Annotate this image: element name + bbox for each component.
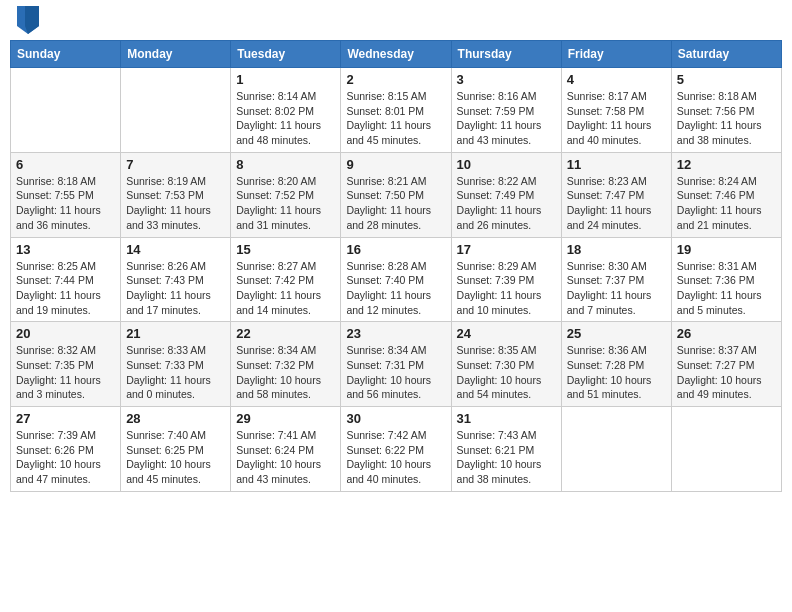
day-info: Sunrise: 8:31 AM Sunset: 7:36 PM Dayligh… (677, 259, 776, 318)
day-info: Sunrise: 8:28 AM Sunset: 7:40 PM Dayligh… (346, 259, 445, 318)
day-info: Sunrise: 8:18 AM Sunset: 7:56 PM Dayligh… (677, 89, 776, 148)
calendar-day-cell (561, 407, 671, 492)
day-number: 24 (457, 326, 556, 341)
day-of-week-header: Sunday (11, 41, 121, 68)
day-number: 14 (126, 242, 225, 257)
day-info: Sunrise: 8:37 AM Sunset: 7:27 PM Dayligh… (677, 343, 776, 402)
day-info: Sunrise: 8:33 AM Sunset: 7:33 PM Dayligh… (126, 343, 225, 402)
calendar-day-cell: 28Sunrise: 7:40 AM Sunset: 6:25 PM Dayli… (121, 407, 231, 492)
day-info: Sunrise: 8:35 AM Sunset: 7:30 PM Dayligh… (457, 343, 556, 402)
day-info: Sunrise: 8:16 AM Sunset: 7:59 PM Dayligh… (457, 89, 556, 148)
svg-marker-1 (25, 6, 39, 34)
day-info: Sunrise: 8:34 AM Sunset: 7:31 PM Dayligh… (346, 343, 445, 402)
calendar-week-row: 20Sunrise: 8:32 AM Sunset: 7:35 PM Dayli… (11, 322, 782, 407)
day-number: 23 (346, 326, 445, 341)
day-info: Sunrise: 8:27 AM Sunset: 7:42 PM Dayligh… (236, 259, 335, 318)
day-number: 5 (677, 72, 776, 87)
calendar-day-cell: 1Sunrise: 8:14 AM Sunset: 8:02 PM Daylig… (231, 68, 341, 153)
day-info: Sunrise: 8:30 AM Sunset: 7:37 PM Dayligh… (567, 259, 666, 318)
calendar-day-cell: 30Sunrise: 7:42 AM Sunset: 6:22 PM Dayli… (341, 407, 451, 492)
calendar-day-cell: 7Sunrise: 8:19 AM Sunset: 7:53 PM Daylig… (121, 152, 231, 237)
calendar-day-cell: 17Sunrise: 8:29 AM Sunset: 7:39 PM Dayli… (451, 237, 561, 322)
calendar-day-cell: 26Sunrise: 8:37 AM Sunset: 7:27 PM Dayli… (671, 322, 781, 407)
day-info: Sunrise: 8:20 AM Sunset: 7:52 PM Dayligh… (236, 174, 335, 233)
day-number: 25 (567, 326, 666, 341)
day-number: 1 (236, 72, 335, 87)
calendar-day-cell: 13Sunrise: 8:25 AM Sunset: 7:44 PM Dayli… (11, 237, 121, 322)
day-info: Sunrise: 8:19 AM Sunset: 7:53 PM Dayligh… (126, 174, 225, 233)
day-number: 26 (677, 326, 776, 341)
day-info: Sunrise: 8:18 AM Sunset: 7:55 PM Dayligh… (16, 174, 115, 233)
calendar-day-cell: 5Sunrise: 8:18 AM Sunset: 7:56 PM Daylig… (671, 68, 781, 153)
day-number: 4 (567, 72, 666, 87)
day-number: 10 (457, 157, 556, 172)
day-number: 6 (16, 157, 115, 172)
calendar-day-cell: 20Sunrise: 8:32 AM Sunset: 7:35 PM Dayli… (11, 322, 121, 407)
day-of-week-header: Tuesday (231, 41, 341, 68)
calendar-table: SundayMondayTuesdayWednesdayThursdayFrid… (10, 40, 782, 492)
day-number: 20 (16, 326, 115, 341)
calendar-day-cell: 29Sunrise: 7:41 AM Sunset: 6:24 PM Dayli… (231, 407, 341, 492)
day-number: 2 (346, 72, 445, 87)
calendar-day-cell: 23Sunrise: 8:34 AM Sunset: 7:31 PM Dayli… (341, 322, 451, 407)
day-info: Sunrise: 8:32 AM Sunset: 7:35 PM Dayligh… (16, 343, 115, 402)
calendar-day-cell: 16Sunrise: 8:28 AM Sunset: 7:40 PM Dayli… (341, 237, 451, 322)
day-info: Sunrise: 8:22 AM Sunset: 7:49 PM Dayligh… (457, 174, 556, 233)
day-info: Sunrise: 7:40 AM Sunset: 6:25 PM Dayligh… (126, 428, 225, 487)
day-info: Sunrise: 8:14 AM Sunset: 8:02 PM Dayligh… (236, 89, 335, 148)
calendar-day-cell (11, 68, 121, 153)
day-number: 8 (236, 157, 335, 172)
logo (14, 10, 39, 34)
day-info: Sunrise: 8:23 AM Sunset: 7:47 PM Dayligh… (567, 174, 666, 233)
day-number: 31 (457, 411, 556, 426)
page-header (10, 10, 782, 34)
day-info: Sunrise: 7:41 AM Sunset: 6:24 PM Dayligh… (236, 428, 335, 487)
day-info: Sunrise: 8:34 AM Sunset: 7:32 PM Dayligh… (236, 343, 335, 402)
calendar-day-cell: 15Sunrise: 8:27 AM Sunset: 7:42 PM Dayli… (231, 237, 341, 322)
day-number: 29 (236, 411, 335, 426)
day-of-week-header: Wednesday (341, 41, 451, 68)
calendar-day-cell: 24Sunrise: 8:35 AM Sunset: 7:30 PM Dayli… (451, 322, 561, 407)
day-info: Sunrise: 8:15 AM Sunset: 8:01 PM Dayligh… (346, 89, 445, 148)
day-number: 22 (236, 326, 335, 341)
day-of-week-header: Friday (561, 41, 671, 68)
day-number: 27 (16, 411, 115, 426)
calendar-day-cell: 12Sunrise: 8:24 AM Sunset: 7:46 PM Dayli… (671, 152, 781, 237)
day-info: Sunrise: 8:21 AM Sunset: 7:50 PM Dayligh… (346, 174, 445, 233)
logo-icon (17, 6, 39, 34)
day-number: 15 (236, 242, 335, 257)
calendar-day-cell: 25Sunrise: 8:36 AM Sunset: 7:28 PM Dayli… (561, 322, 671, 407)
day-info: Sunrise: 8:25 AM Sunset: 7:44 PM Dayligh… (16, 259, 115, 318)
calendar-day-cell: 27Sunrise: 7:39 AM Sunset: 6:26 PM Dayli… (11, 407, 121, 492)
calendar-day-cell: 11Sunrise: 8:23 AM Sunset: 7:47 PM Dayli… (561, 152, 671, 237)
calendar-day-cell: 9Sunrise: 8:21 AM Sunset: 7:50 PM Daylig… (341, 152, 451, 237)
calendar-day-cell: 19Sunrise: 8:31 AM Sunset: 7:36 PM Dayli… (671, 237, 781, 322)
day-number: 7 (126, 157, 225, 172)
day-number: 9 (346, 157, 445, 172)
calendar-day-cell: 2Sunrise: 8:15 AM Sunset: 8:01 PM Daylig… (341, 68, 451, 153)
calendar-day-cell: 10Sunrise: 8:22 AM Sunset: 7:49 PM Dayli… (451, 152, 561, 237)
calendar-day-cell: 31Sunrise: 7:43 AM Sunset: 6:21 PM Dayli… (451, 407, 561, 492)
day-number: 17 (457, 242, 556, 257)
day-of-week-header: Thursday (451, 41, 561, 68)
calendar-day-cell: 18Sunrise: 8:30 AM Sunset: 7:37 PM Dayli… (561, 237, 671, 322)
calendar-day-cell: 6Sunrise: 8:18 AM Sunset: 7:55 PM Daylig… (11, 152, 121, 237)
day-info: Sunrise: 7:39 AM Sunset: 6:26 PM Dayligh… (16, 428, 115, 487)
day-of-week-header: Saturday (671, 41, 781, 68)
calendar-day-cell (121, 68, 231, 153)
day-number: 21 (126, 326, 225, 341)
day-info: Sunrise: 8:29 AM Sunset: 7:39 PM Dayligh… (457, 259, 556, 318)
day-number: 19 (677, 242, 776, 257)
day-info: Sunrise: 7:42 AM Sunset: 6:22 PM Dayligh… (346, 428, 445, 487)
day-number: 3 (457, 72, 556, 87)
calendar-day-cell: 14Sunrise: 8:26 AM Sunset: 7:43 PM Dayli… (121, 237, 231, 322)
calendar-day-cell: 21Sunrise: 8:33 AM Sunset: 7:33 PM Dayli… (121, 322, 231, 407)
calendar-day-cell: 22Sunrise: 8:34 AM Sunset: 7:32 PM Dayli… (231, 322, 341, 407)
day-number: 30 (346, 411, 445, 426)
day-of-week-header: Monday (121, 41, 231, 68)
calendar-day-cell (671, 407, 781, 492)
day-number: 28 (126, 411, 225, 426)
calendar-week-row: 27Sunrise: 7:39 AM Sunset: 6:26 PM Dayli… (11, 407, 782, 492)
day-info: Sunrise: 8:17 AM Sunset: 7:58 PM Dayligh… (567, 89, 666, 148)
day-number: 16 (346, 242, 445, 257)
